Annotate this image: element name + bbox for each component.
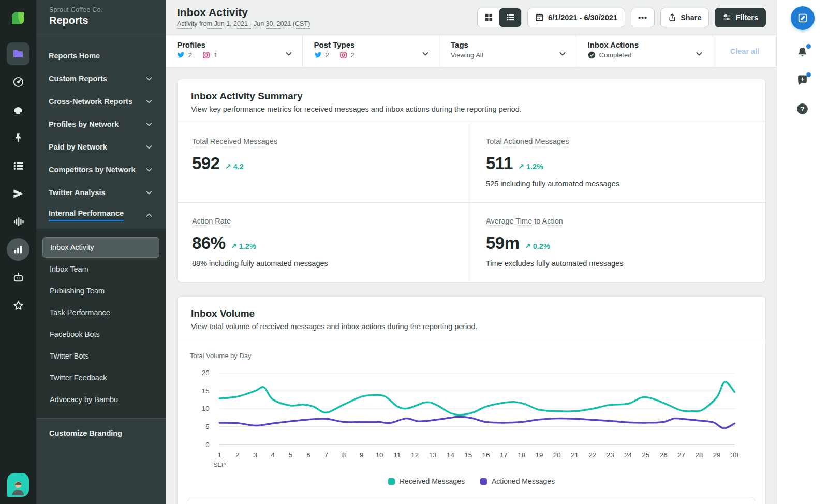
rail-queue[interactable] [7,154,29,177]
sidebar-item-label: Twitter Analysis [49,188,106,197]
star-icon [12,300,24,312]
sidebar-subitem-publishing-team[interactable]: Publishing Team [42,280,159,301]
chevron-up-icon [145,211,153,219]
sidebar-subitem-inbox-team[interactable]: Inbox Team [42,259,159,279]
svg-text:16: 16 [482,451,490,459]
legend-swatch [388,478,395,485]
profiles-filter-label: Profiles [177,40,285,49]
sidebar-subitem-twitter-bots[interactable]: Twitter Bots [42,346,159,366]
metric-label[interactable]: Average Time to Action [486,217,563,227]
legend-item-actioned-messages[interactable]: Actioned Messages [480,477,555,485]
sidebar-subitem-inbox-activity[interactable]: Inbox Activity [42,237,159,258]
sidebar-item-cross-network-reports[interactable]: Cross-Network Reports [36,90,166,113]
grid-view-button[interactable] [478,8,499,27]
grid-view-icon [484,13,493,22]
metric-card-total-actioned-messages: Total Actioned Messages511↗ 1.2%525 incl… [471,123,765,203]
notifications-button[interactable] [796,46,809,58]
metric-delta: ↗ 4.2 [225,162,244,171]
share-icon [668,13,676,22]
sidebar-subitem-facebook-bots[interactable]: Facebook Bots [42,324,159,345]
svg-text:18: 18 [518,451,525,459]
sidebar-item-internal-performance[interactable]: Internal Performance [36,204,166,227]
metric-card-total-received-messages: Total Received Messages592↗ 4.2 [178,123,471,203]
metric-card-average-time-to-action: Average Time to Action59m↗ 0.2%Time excl… [471,203,765,282]
svg-text:25: 25 [642,451,649,459]
date-range-button[interactable]: 6/1/2021 - 6/30/2021 [527,8,625,27]
reports-bar-chart-icon [12,244,24,255]
customize-branding-link[interactable]: Customize Branding [36,418,166,448]
svg-text:7: 7 [324,451,328,459]
sidebar-subitem-twitter-feedback[interactable]: Twitter Feedback [42,367,159,388]
sidebar-item-custom-reports[interactable]: Custom Reports [36,67,166,90]
sidebar-item-reports-home[interactable]: Reports Home [36,45,166,67]
svg-text:3: 3 [253,451,257,459]
clear-all-button[interactable]: Clear all [713,35,776,67]
question-mark-icon: ? [796,102,809,115]
metric-delta: ↗ 0.2% [525,242,550,250]
total-volume-line-chart[interactable]: 0510152012345678910111213141516171819202… [190,367,753,472]
chevron-down-icon [145,97,153,106]
sprout-logo[interactable] [7,7,29,29]
sidebar-subitem-task-performance[interactable]: Task Performance [42,302,159,323]
rail-listening[interactable] [7,210,29,233]
inbox-performance-table: Inbox Performance Metrics Totals % Chang… [188,497,755,504]
post-types-instagram-count: 2 [351,51,354,59]
list-view-icon [506,13,515,22]
svg-text:29: 29 [713,451,721,459]
report-date-subtitle[interactable]: Activity from Jun 1, 2021 - Jun 30, 2021… [177,20,310,29]
svg-text:12: 12 [411,451,419,459]
compose-button[interactable] [791,6,815,30]
filters-button[interactable]: Filters [715,8,766,27]
rail-publishing[interactable] [7,126,29,149]
inbox-actions-filter-value: Completed [599,51,632,59]
svg-text:23: 23 [607,451,614,459]
post-types-filter[interactable]: Post Types 2 2 [303,35,440,67]
rail-automation[interactable] [7,266,29,289]
share-button[interactable]: Share [660,8,709,27]
tags-filter[interactable]: Tags Viewing All [439,35,576,67]
metric-label[interactable]: Action Rate [192,217,231,227]
svg-text:4: 4 [271,451,275,459]
chevron-down-icon [145,188,153,197]
more-options-button[interactable]: ••• [631,8,655,27]
notification-dot [806,72,811,77]
svg-text:9: 9 [360,451,363,459]
sidebar-subitem-advocacy-by-bambu[interactable]: Advocacy by Bambu [42,389,159,410]
inbox-tray-icon [12,103,24,116]
user-avatar[interactable] [7,473,29,497]
filter-bar: Profiles 2 1 Post Types 2 2 [166,35,776,67]
rail-reports-active[interactable] [7,238,29,261]
metric-value: 511 [486,154,513,173]
inbox-actions-filter[interactable]: Inbox Actions Completed [576,35,714,67]
rail-inbox[interactable] [7,98,29,121]
chevron-down-icon [695,50,703,58]
sidebar-item-twitter-analysis[interactable]: Twitter Analysis [36,181,166,204]
svg-text:5: 5 [289,451,292,459]
queue-list-icon [12,160,24,172]
volume-card-title: Inbox Volume [191,308,752,319]
legend-swatch [480,478,487,485]
sidebar-rail-reports-folder[interactable] [7,42,29,65]
svg-text:6: 6 [306,451,310,459]
chart-title: Total Volume by Day [190,352,753,360]
metric-label[interactable]: Total Actioned Messages [486,137,569,147]
profiles-instagram-count: 1 [214,51,217,59]
utility-rail: ? [776,0,828,504]
legend-item-received-messages[interactable]: Received Messages [388,477,465,485]
metric-label[interactable]: Total Received Messages [192,137,277,147]
sidebar-title: Reports [49,14,153,26]
sidebar-item-label: Competitors by Network [49,166,136,174]
sidebar-item-profiles-by-network[interactable]: Profiles by Network [36,113,166,136]
metric-card-action-rate: Action Rate86%↗ 1.2%88% including fully … [178,203,471,282]
messages-button[interactable] [796,74,809,87]
sidebar-item-paid-by-network[interactable]: Paid by Network [36,136,166,158]
rail-send[interactable] [7,182,29,205]
sidebar-item-competitors-by-network[interactable]: Competitors by Network [36,158,166,181]
rail-favorites[interactable] [7,294,29,317]
rail-dashboard[interactable] [7,70,29,93]
help-button[interactable]: ? [796,102,809,115]
sidebar-item-label: Reports Home [49,52,100,60]
profiles-filter[interactable]: Profiles 2 1 [166,35,303,67]
list-view-button[interactable] [499,8,521,27]
avatar-person-icon [9,478,27,497]
